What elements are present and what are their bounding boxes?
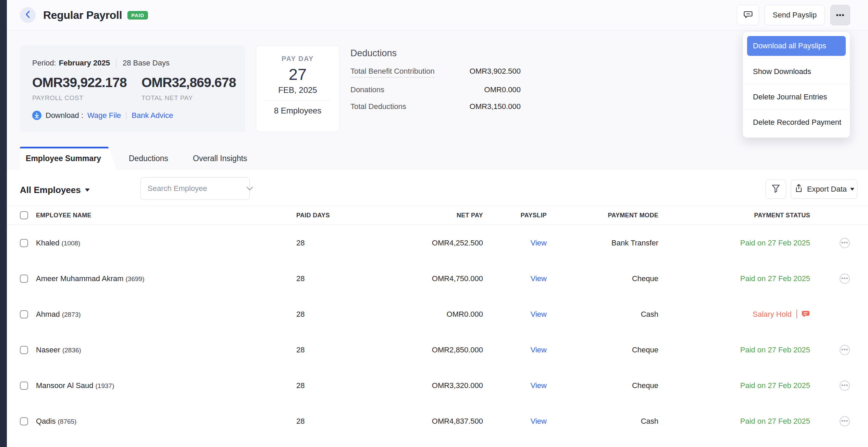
paid-days-value: 28 xyxy=(296,225,341,261)
deduction-value: OMR3,902.500 xyxy=(470,67,521,76)
paid-days-value: 28 xyxy=(296,368,341,403)
divider xyxy=(126,111,126,120)
row-checkbox[interactable] xyxy=(20,310,28,318)
row-actions-button[interactable]: ••• xyxy=(840,345,850,355)
employee-id: (2836) xyxy=(62,347,81,354)
employee-name: Qadis xyxy=(36,417,55,425)
net-pay-value: OMR3,320.000 xyxy=(380,368,483,403)
employee-name: Ameer Muhammad Akram xyxy=(36,274,124,283)
send-payslip-button[interactable]: Send Payslip xyxy=(765,5,825,25)
more-actions-button[interactable]: ••• xyxy=(830,5,850,25)
employee-name: Mansoor Al Saud xyxy=(36,381,94,390)
chevron-down-icon[interactable] xyxy=(246,186,253,191)
net-pay-value: OMR32,869.678 xyxy=(141,75,236,90)
table-row: Naseer(2836) 28 OMR2,850.000 View Cheque… xyxy=(7,332,868,368)
payroll-cost-label: PAYROLL COST xyxy=(32,94,141,102)
wage-file-link[interactable]: Wage File xyxy=(87,111,121,120)
employees-filter-dropdown[interactable]: All Employees xyxy=(20,185,90,195)
menu-item-download-all-payslips[interactable]: Download all Payslips xyxy=(747,36,846,56)
col-payment-mode: PAYMENT MODE xyxy=(555,206,658,225)
table-header: EMPLOYEE NAME PAID DAYS NET PAY PAYSLIP … xyxy=(7,206,868,225)
caret-down-icon xyxy=(85,189,90,192)
deduction-value: OMR3,150.000 xyxy=(470,102,521,111)
comment-button[interactable] xyxy=(737,5,759,25)
row-actions-button[interactable]: ••• xyxy=(840,416,850,426)
download-label: Download : xyxy=(46,111,83,120)
table-row: Ameer Muhammad Akram(3699) 28 OMR4,750.0… xyxy=(7,261,868,297)
payment-status-value: Paid on 27 Feb 2025 xyxy=(740,381,810,390)
payday-card: PAY DAY 27 FEB, 2025 8 Employees xyxy=(256,46,339,132)
table-row: Mansoor Al Saud(1937) 28 OMR3,320.000 Vi… xyxy=(7,368,868,403)
select-all-checkbox[interactable] xyxy=(20,211,28,219)
search-employee-input[interactable] xyxy=(141,184,246,193)
tab-deductions[interactable]: Deductions xyxy=(116,147,181,170)
paid-days-value: 28 xyxy=(296,403,341,439)
row-checkbox[interactable] xyxy=(20,382,28,390)
payroll-app: Regular Payroll PAID Send Payslip ••• Do… xyxy=(0,0,868,447)
filter-button[interactable] xyxy=(766,180,786,199)
divider xyxy=(116,59,116,68)
paid-days-value: 28 xyxy=(296,297,341,332)
row-checkbox[interactable] xyxy=(20,346,28,354)
tab-content: All Employees Export Data EMPLOYEE N xyxy=(7,170,868,447)
view-payslip-link[interactable]: View xyxy=(531,381,547,390)
base-days: 28 Base Days xyxy=(123,59,170,68)
menu-item-delete-recorded-payment[interactable]: Delete Recorded Payment xyxy=(743,109,850,135)
net-pay-value: OMR4,837.500 xyxy=(380,403,483,439)
caret-down-icon xyxy=(850,188,854,191)
row-actions-button[interactable]: ••• xyxy=(840,274,850,284)
divider xyxy=(265,100,330,101)
deduction-value: OMR0.000 xyxy=(484,85,521,94)
view-payslip-link[interactable]: View xyxy=(531,417,547,425)
ellipsis-icon: ••• xyxy=(836,11,844,19)
deduction-label-donations: Donations xyxy=(350,85,384,94)
employee-id: (2873) xyxy=(62,311,81,318)
net-pay-label: TOTAL NET PAY xyxy=(141,94,193,102)
row-checkbox[interactable] xyxy=(20,239,28,247)
deduction-label-total-deductions: Total Deductions xyxy=(350,102,406,111)
view-payslip-link[interactable]: View xyxy=(531,346,547,354)
search-employee-box xyxy=(140,177,250,200)
payroll-cost-value: OMR39,922.178 xyxy=(32,75,141,90)
period-value: February 2025 xyxy=(59,59,110,68)
row-actions-button[interactable]: ••• xyxy=(840,380,850,391)
net-pay-value: OMR2,850.000 xyxy=(380,332,483,368)
divider xyxy=(796,310,797,318)
table-body: Khaled(1008) 28 OMR4,252.500 View Bank T… xyxy=(7,225,868,439)
bank-advice-link[interactable]: Bank Advice xyxy=(132,111,173,120)
row-actions-button[interactable]: ••• xyxy=(840,238,850,248)
tab-employee-summary[interactable]: Employee Summary xyxy=(20,147,116,170)
net-pay-value: OMR4,252.500 xyxy=(380,225,483,261)
actions-menu: Download all Payslips Show Downloads Del… xyxy=(743,32,850,138)
download-icon xyxy=(32,111,41,120)
employee-count: 8 Employees xyxy=(256,106,339,116)
menu-item-show-downloads[interactable]: Show Downloads xyxy=(743,59,850,84)
back-button[interactable] xyxy=(20,7,36,23)
row-checkbox[interactable] xyxy=(20,275,28,283)
payday-label: PAY DAY xyxy=(256,55,339,63)
payment-mode-value: Cheque xyxy=(555,261,658,297)
deductions-title: Deductions xyxy=(350,48,521,59)
page-header: Regular Payroll PAID Send Payslip ••• xyxy=(7,0,868,31)
comment-icon[interactable] xyxy=(801,298,810,334)
payment-mode-value: Cheque xyxy=(555,332,658,368)
col-payslip: PAYSLIP xyxy=(480,206,547,225)
menu-item-delete-journal-entries[interactable]: Delete Journal Entries xyxy=(743,84,850,109)
payment-status-value: Salary Hold xyxy=(753,310,792,318)
funnel-icon xyxy=(771,183,781,195)
view-payslip-link[interactable]: View xyxy=(531,239,547,247)
deduction-label-benefit-contribution[interactable]: Total Benefit Contribution xyxy=(350,67,435,77)
employee-id: (8765) xyxy=(58,418,76,425)
net-pay-value: OMR0.000 xyxy=(380,297,483,332)
status-badge: PAID xyxy=(127,11,148,20)
employee-id: (3699) xyxy=(126,275,145,282)
tab-overall-insights[interactable]: Overall Insights xyxy=(181,147,260,170)
view-payslip-link[interactable]: View xyxy=(531,310,547,318)
payment-status-value: Paid on 27 Feb 2025 xyxy=(740,239,810,247)
row-checkbox[interactable] xyxy=(20,417,28,425)
export-icon xyxy=(794,183,807,195)
payment-status-value: Paid on 27 Feb 2025 xyxy=(740,274,810,283)
view-payslip-link[interactable]: View xyxy=(531,274,547,283)
export-data-button[interactable]: Export Data xyxy=(791,180,857,199)
employee-id: (1937) xyxy=(96,382,114,389)
